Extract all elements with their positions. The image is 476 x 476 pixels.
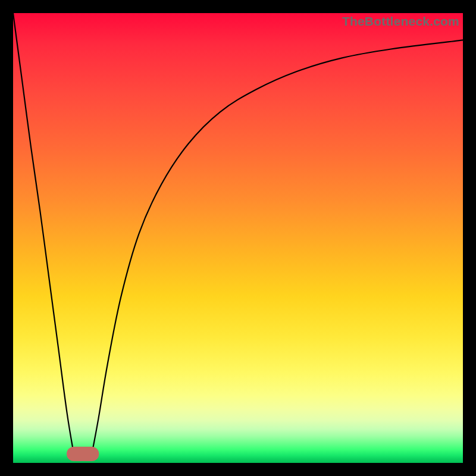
chart-svg	[13, 13, 463, 463]
watermark-text: TheBottleneck.com	[342, 14, 459, 29]
plot-area: TheBottleneck.com	[13, 13, 463, 463]
bottleneck-curve	[13, 13, 463, 461]
chart-frame: TheBottleneck.com	[0, 0, 476, 476]
optimal-zone-marker	[67, 447, 99, 461]
